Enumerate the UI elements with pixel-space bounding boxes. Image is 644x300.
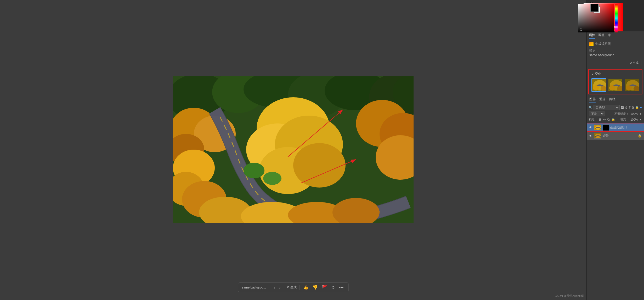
tab-properties[interactable]: 属性 xyxy=(589,33,595,39)
layer-item-gen[interactable]: 👁 生成式图层 1 xyxy=(587,123,644,132)
color-gradient[interactable] xyxy=(584,3,623,31)
color-picker-section: 💬 xyxy=(587,0,644,31)
lock-label: 锁定： xyxy=(589,117,597,121)
layers-section: 图层 通道 路径 🔍 Q 类型 🖼 ⊙ T ⧉ 🔒 ● 正常 xyxy=(587,95,644,300)
tab-adjustments[interactable]: 调整 xyxy=(598,33,605,39)
thumbdown-button[interactable]: 👎 xyxy=(312,284,319,290)
blend-mode-dropdown[interactable]: 正常 xyxy=(589,111,605,116)
svg-point-36 xyxy=(593,85,599,90)
settings-button[interactable]: ≎ xyxy=(330,284,336,290)
lock-icon-bg: 🔒 xyxy=(638,134,642,138)
lock-icon-2[interactable]: ✏ xyxy=(603,118,606,121)
next-button[interactable]: › xyxy=(278,285,281,290)
layer-type-icon-1: 🖼 xyxy=(621,106,624,109)
tab-layers[interactable]: 图层 xyxy=(589,97,596,103)
layer-name-bg: 背景 xyxy=(603,134,636,138)
svg-rect-32 xyxy=(615,4,618,32)
gen-layer-header: 生成式图层 xyxy=(589,42,641,46)
flag-button[interactable]: 🚩 xyxy=(321,284,328,290)
lock-row: 锁定： ⊞ ✏ ⧉ 🔒 填充： 100% ▼ xyxy=(589,117,642,121)
gen-layer-title: 生成式图层 xyxy=(595,42,611,46)
svg-point-26 xyxy=(244,163,264,178)
prompt-content: same background xyxy=(589,53,641,57)
generate-action-button[interactable]: ↺ 生成 xyxy=(627,60,641,66)
layer-visibility-bg[interactable]: 👁 xyxy=(589,134,592,138)
opacity-chevron: ▼ xyxy=(639,112,642,115)
layers-tabs: 图层 通道 路径 xyxy=(587,95,644,103)
fill-value: 100% xyxy=(630,118,638,121)
canvas-area: same backgrou... ‹ › ↺ 生成 👍 👎 🚩 ≎ ••• CS… xyxy=(0,0,586,300)
layer-name-gen: 生成式图层 1 xyxy=(610,126,642,129)
prev-button[interactable]: ‹ xyxy=(273,285,276,290)
svg-rect-48 xyxy=(603,125,609,131)
variation-image-2 xyxy=(608,79,623,92)
lock-icon-3[interactable]: ⧉ xyxy=(607,118,610,121)
variations-chevron: ∨ xyxy=(591,72,594,76)
layers-filter-row: 🔍 Q 类型 🖼 ⊙ T ⧉ 🔒 ● xyxy=(589,105,642,110)
layer-type-icon-2: ⊙ xyxy=(625,106,628,109)
prompt-label: 提示： xyxy=(589,48,641,52)
canvas-wrapper xyxy=(173,76,414,224)
layer-item-bg[interactable]: 👁 背景 🔒 xyxy=(587,132,644,140)
layer-type-icon-3: T xyxy=(629,106,630,109)
layer-thumb-gen xyxy=(594,124,601,130)
opacity-value: 100% xyxy=(630,112,638,115)
variation-image-1 xyxy=(592,79,606,92)
panel-tabs: 属性 调整 库 xyxy=(587,31,644,39)
thumbup-button[interactable]: 👍 xyxy=(302,284,309,290)
variations-header: ∨ 变化 xyxy=(591,72,639,76)
svg-point-27 xyxy=(263,172,281,185)
variations-label: 变化 xyxy=(595,72,601,76)
prompt-text: same backgrou... xyxy=(242,286,271,289)
svg-point-21 xyxy=(293,143,346,188)
fill-label: 填充： xyxy=(620,117,629,121)
gen-layer-section: 生成式图层 提示： same background ↺ 生成 xyxy=(587,39,644,68)
more-button[interactable]: ••• xyxy=(338,285,344,290)
tab-paths[interactable]: 路径 xyxy=(609,97,615,103)
lock-icon-1[interactable]: ⊞ xyxy=(599,118,602,121)
bottom-toolbar: same backgrou... ‹ › ↺ 生成 👍 👎 🚩 ≎ ••• xyxy=(238,282,349,292)
variation-thumb-3[interactable] xyxy=(624,78,639,92)
divider-2 xyxy=(299,285,300,290)
layer-thumb-bg xyxy=(594,133,601,139)
variation-thumb-1[interactable] xyxy=(591,78,606,92)
layer-type-icon-4: ⧉ xyxy=(632,106,634,109)
tab-channels[interactable]: 通道 xyxy=(599,97,606,103)
variation-thumb-2[interactable] xyxy=(608,78,623,92)
svg-point-44 xyxy=(626,85,632,90)
layer-mask-gen xyxy=(603,124,609,130)
blend-row: 正常 不透明度： 100% ▼ xyxy=(589,111,642,116)
layers-controls: 🔍 Q 类型 🖼 ⊙ T ⧉ 🔒 ● 正常 不透明度： 100% ▼ xyxy=(587,103,644,123)
filter-dropdown[interactable]: Q 类型 xyxy=(594,105,620,110)
variations-section: ∨ 变化 xyxy=(588,69,642,94)
layer-visibility-gen[interactable]: 👁 xyxy=(589,126,592,129)
layer-filter-toggle[interactable]: ● xyxy=(640,106,642,109)
variations-grid xyxy=(591,78,639,92)
canvas-image xyxy=(173,76,414,223)
layer-type-icon-5: 🔒 xyxy=(635,106,639,109)
foreground-color-swatch[interactable] xyxy=(590,4,599,12)
divider-1 xyxy=(284,285,284,290)
fill-chevron: ▼ xyxy=(639,118,642,121)
generate-button[interactable]: ↺ 生成 xyxy=(287,285,297,290)
variation-image-3 xyxy=(625,79,639,92)
opacity-label: 不透明度： xyxy=(614,112,629,116)
watermark: CSDN @爱学习的鱼佬 xyxy=(555,294,584,298)
svg-point-40 xyxy=(609,85,615,90)
gen-layer-icon xyxy=(589,42,594,46)
lock-icon-4[interactable]: 🔒 xyxy=(611,118,615,121)
right-panel: 💬 xyxy=(586,0,644,300)
tab-library[interactable]: 库 xyxy=(608,33,611,39)
search-icon: 🔍 xyxy=(589,106,592,109)
